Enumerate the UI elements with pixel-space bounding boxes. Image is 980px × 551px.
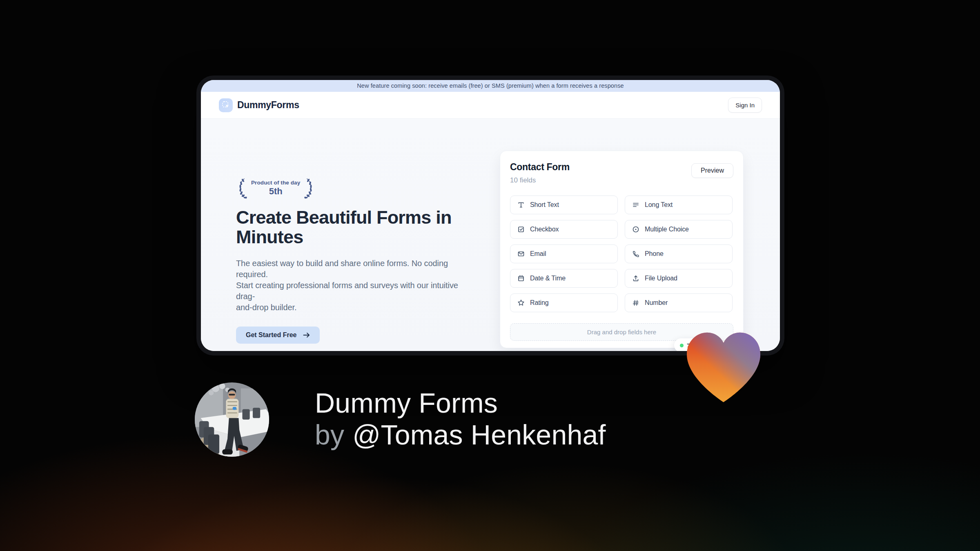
- star-icon: [517, 299, 525, 307]
- field-label: Phone: [645, 250, 664, 258]
- heart-icon: [683, 329, 764, 405]
- hero-copy: Product of the day 5th: [236, 178, 477, 344]
- field-type-file-upload[interactable]: File Upload: [625, 269, 733, 288]
- dummyforms-logo-icon: [219, 98, 233, 112]
- page-title: Create Beautiful Forms in Minutes: [236, 208, 477, 247]
- upload-icon: [632, 274, 640, 282]
- hero-section: Product of the day 5th: [201, 119, 780, 351]
- checkbox-icon: [517, 225, 525, 233]
- hash-icon: [632, 299, 640, 307]
- page-surface: New feature coming soon: receive emails …: [201, 80, 780, 351]
- field-type-grid: Short Text Long Text: [510, 196, 733, 312]
- credit-title: Dummy Forms: [315, 387, 606, 419]
- credit-block: Dummy Forms by@Tomas Henkenhaf: [315, 387, 606, 451]
- field-label: Rating: [530, 299, 549, 307]
- credit-byline-prefix: by: [315, 419, 344, 450]
- field-type-rating[interactable]: Rating: [510, 293, 618, 312]
- sign-in-button[interactable]: Sign In: [728, 98, 762, 113]
- field-type-checkbox[interactable]: Checkbox: [510, 220, 618, 239]
- field-label: Multiple Choice: [645, 226, 689, 233]
- field-type-long-text[interactable]: Long Text: [625, 196, 733, 214]
- product-of-the-day-badge: Product of the day 5th: [236, 178, 477, 199]
- email-icon: [517, 250, 525, 258]
- award-text: Product of the day 5th: [251, 180, 300, 197]
- field-type-number[interactable]: Number: [625, 293, 733, 312]
- form-builder-card: Contact Form 10 fields Preview Short Tex…: [500, 151, 744, 348]
- hero-description: The easiest way to build and share onlin…: [236, 258, 477, 313]
- field-type-date-time[interactable]: Date & Time: [510, 269, 618, 288]
- phone-icon: [632, 250, 640, 258]
- laurel-left-icon: [236, 178, 247, 199]
- browser-window: New feature coming soon: receive emails …: [196, 76, 784, 355]
- field-label: Date & Time: [530, 275, 566, 282]
- field-type-email[interactable]: Email: [510, 244, 618, 263]
- credit-author: @Tomas Henkenhaf: [352, 419, 606, 450]
- form-title: Contact Form: [510, 162, 570, 173]
- field-label: Number: [645, 299, 668, 307]
- field-type-phone[interactable]: Phone: [625, 244, 733, 263]
- calendar-icon: [517, 274, 525, 282]
- form-builder-header: Contact Form 10 fields Preview: [510, 162, 733, 184]
- field-label: Short Text: [530, 201, 559, 209]
- author-avatar: [195, 382, 269, 457]
- short-text-icon: [517, 201, 525, 209]
- radio-icon: [632, 225, 640, 233]
- award-rank: 5th: [251, 186, 300, 197]
- field-type-multiple-choice[interactable]: Multiple Choice: [625, 220, 733, 239]
- drag-drop-label: Drag and drop fields here: [587, 329, 656, 335]
- field-label: Email: [530, 250, 546, 258]
- laurel-right-icon: [304, 178, 315, 199]
- field-label: Checkbox: [530, 226, 559, 233]
- field-type-short-text[interactable]: Short Text: [510, 196, 618, 214]
- get-started-label: Get Started Free: [246, 331, 296, 339]
- field-label: Long Text: [645, 201, 673, 209]
- field-label: File Upload: [645, 275, 677, 282]
- site-header: DummyForms Sign In: [201, 92, 780, 119]
- form-field-count: 10 fields: [510, 176, 570, 184]
- brand-home-link[interactable]: DummyForms: [219, 98, 299, 112]
- long-text-icon: [632, 201, 640, 209]
- get-started-button[interactable]: Get Started Free: [236, 327, 320, 344]
- brand-name: DummyForms: [237, 100, 299, 111]
- announcement-banner: New feature coming soon: receive emails …: [201, 80, 780, 92]
- award-title: Product of the day: [251, 180, 300, 186]
- arrow-right-icon: [303, 332, 310, 338]
- preview-button[interactable]: Preview: [691, 163, 733, 178]
